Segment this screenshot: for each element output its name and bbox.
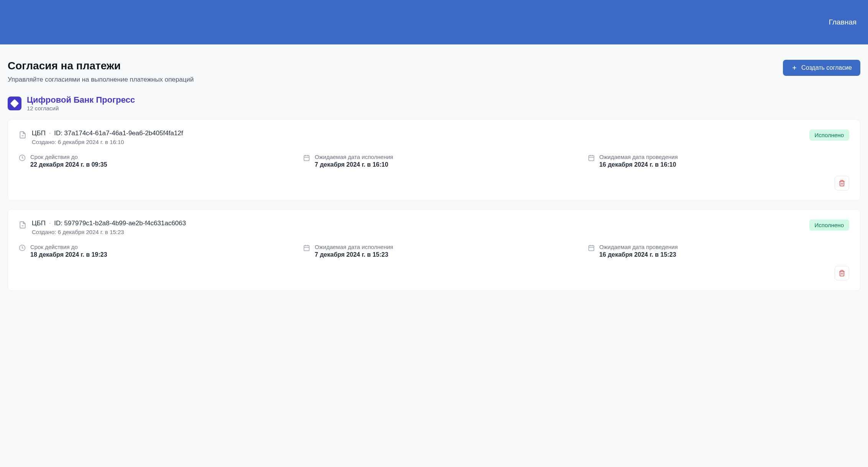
consent-title-section: ЦБП · ID: 37a174c4-61a7-46a1-9ea6-2b405f… (32, 129, 183, 145)
consent-created: Создано: 6 декабря 2024 г. в 16:10 (32, 139, 183, 145)
consent-header: ЦБП · ID: 597979c1-b2a8-4b99-ae2b-f4c631… (19, 220, 849, 235)
created-prefix: Создано: (32, 229, 58, 235)
clock-icon (19, 154, 26, 161)
settlement-value: 16 декабря 2024 г. в 16:10 (599, 161, 678, 168)
consent-card: ЦБП · ID: 37a174c4-61a7-46a1-9ea6-2b405f… (8, 119, 860, 201)
svg-rect-16 (304, 246, 310, 251)
execution-value: 7 декабря 2024 г. в 15:23 (315, 251, 393, 258)
settlement-block: Ожидаемая дата проведения 16 декабря 202… (588, 244, 849, 258)
calendar-icon (303, 154, 310, 161)
bank-section: Цифровой Банк Прогресс 12 согласий (8, 95, 860, 111)
date-info: Ожидаемая дата проведения 16 декабря 202… (599, 244, 678, 258)
create-consent-button[interactable]: Создать согласие (783, 60, 860, 76)
page-title-section: Согласия на платежи Управляйте согласиям… (8, 60, 783, 84)
main-content: Согласия на платежи Управляйте согласиям… (0, 44, 868, 307)
consent-id: ID: 597979c1-b2a8-4b99-ae2b-f4c631ac6063 (54, 220, 186, 227)
separator: · (49, 220, 51, 227)
bank-name: Цифровой Банк Прогресс (27, 95, 135, 105)
execution-label: Ожидаемая дата исполнения (315, 154, 393, 160)
validity-block: Срок действия до 18 декабря 2024 г. в 19… (19, 244, 280, 258)
trash-icon (838, 180, 845, 187)
validity-value: 18 декабря 2024 г. в 19:23 (30, 251, 107, 258)
date-info: Срок действия до 18 декабря 2024 г. в 19… (30, 244, 107, 258)
svg-rect-4 (304, 156, 310, 161)
consent-dates: Срок действия до 22 декабря 2024 г. в 09… (19, 154, 849, 168)
execution-block: Ожидаемая дата исполнения 7 декабря 2024… (303, 154, 564, 168)
date-info: Срок действия до 22 декабря 2024 г. в 09… (30, 154, 107, 168)
page-title: Согласия на платежи (8, 60, 783, 72)
trash-icon (838, 270, 845, 277)
delete-button[interactable] (835, 176, 849, 190)
consent-header: ЦБП · ID: 37a174c4-61a7-46a1-9ea6-2b405f… (19, 129, 849, 145)
consent-id: ID: 37a174c4-61a7-46a1-9ea6-2b405f4fa12f (54, 129, 183, 137)
clock-icon (19, 244, 26, 251)
consent-title: ЦБП · ID: 597979c1-b2a8-4b99-ae2b-f4c631… (32, 220, 186, 227)
status-badge: Исполнено (809, 129, 849, 141)
consent-title: ЦБП · ID: 37a174c4-61a7-46a1-9ea6-2b405f… (32, 129, 183, 137)
consent-header-left: ЦБП · ID: 597979c1-b2a8-4b99-ae2b-f4c631… (19, 220, 186, 235)
date-info: Ожидаемая дата проведения 16 декабря 202… (599, 154, 678, 168)
validity-value: 22 декабря 2024 г. в 09:35 (30, 161, 107, 168)
date-info: Ожидаемая дата исполнения 7 декабря 2024… (315, 244, 393, 258)
execution-label: Ожидаемая дата исполнения (315, 244, 393, 250)
file-icon (19, 130, 26, 139)
separator: · (49, 129, 51, 137)
bank-consent-count: 12 согласий (27, 105, 135, 111)
file-icon (19, 220, 26, 229)
diamond-icon (10, 99, 19, 108)
consent-created: Создано: 6 декабря 2024 г. в 15:23 (32, 229, 186, 235)
date-info: Ожидаемая дата исполнения 7 декабря 2024… (315, 154, 393, 168)
svg-rect-8 (589, 156, 594, 161)
bank-logo (8, 97, 21, 110)
consent-title-section: ЦБП · ID: 597979c1-b2a8-4b99-ae2b-f4c631… (32, 220, 186, 235)
settlement-value: 16 декабря 2024 г. в 15:23 (599, 251, 678, 258)
execution-block: Ожидаемая дата исполнения 7 декабря 2024… (303, 244, 564, 258)
bank-info: Цифровой Банк Прогресс 12 согласий (27, 95, 135, 111)
consent-footer (19, 266, 849, 280)
consent-header-left: ЦБП · ID: 37a174c4-61a7-46a1-9ea6-2b405f… (19, 129, 183, 145)
validity-label: Срок действия до (30, 154, 107, 160)
created-date: 6 декабря 2024 г. в 15:23 (58, 229, 124, 235)
create-button-label: Создать согласие (801, 64, 852, 71)
consent-card: ЦБП · ID: 597979c1-b2a8-4b99-ae2b-f4c631… (8, 209, 860, 291)
plus-icon (791, 65, 797, 71)
settlement-block: Ожидаемая дата проведения 16 декабря 202… (588, 154, 849, 168)
calendar-icon (588, 154, 595, 161)
validity-block: Срок действия до 22 декабря 2024 г. в 09… (19, 154, 280, 168)
created-date: 6 декабря 2024 г. в 16:10 (58, 139, 124, 145)
calendar-icon (588, 244, 595, 251)
header: Главная (0, 0, 868, 44)
consent-dates: Срок действия до 18 декабря 2024 г. в 19… (19, 244, 849, 258)
consent-code: ЦБП (32, 220, 46, 227)
svg-rect-20 (589, 246, 594, 251)
consent-code: ЦБП (32, 129, 46, 137)
validity-label: Срок действия до (30, 244, 107, 250)
consent-footer (19, 176, 849, 190)
page-subtitle: Управляйте согласиями на выполнение плат… (8, 76, 783, 84)
status-badge: Исполнено (809, 220, 849, 231)
created-prefix: Создано: (32, 139, 58, 145)
page-header: Согласия на платежи Управляйте согласиям… (8, 60, 860, 84)
execution-value: 7 декабря 2024 г. в 16:10 (315, 161, 393, 168)
home-link[interactable]: Главная (829, 18, 857, 26)
calendar-icon (303, 244, 310, 251)
settlement-label: Ожидаемая дата проведения (599, 154, 678, 160)
delete-button[interactable] (835, 266, 849, 280)
settlement-label: Ожидаемая дата проведения (599, 244, 678, 250)
